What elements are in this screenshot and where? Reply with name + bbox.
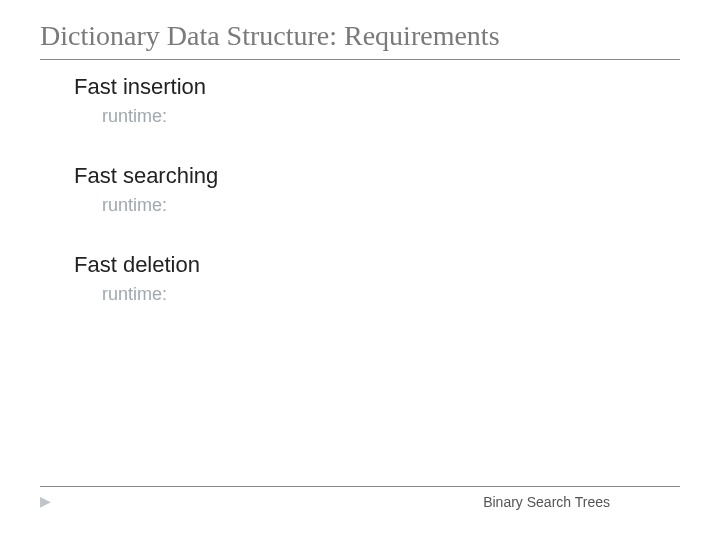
title-divider [40,59,680,60]
item-label: Fast insertion [74,74,206,100]
item-row: Fast insertion [46,74,680,100]
content-area: Fast insertion runtime: Fast searching r… [40,74,680,305]
slide-footer: ▶ Binary Search Trees [40,486,680,510]
play-icon: ▶ [40,493,51,510]
item-row: Fast deletion [46,252,680,278]
list-item: Fast deletion runtime: [46,252,680,305]
sub-item-label: runtime: [102,106,167,127]
sub-item-row: runtime: [80,284,680,305]
list-item: Fast searching runtime: [46,163,680,216]
sub-item-label: runtime: [102,195,167,216]
footer-divider [40,486,680,487]
item-label: Fast searching [74,163,218,189]
footer-text: Binary Search Trees [483,494,610,510]
sub-item-row: runtime: [80,106,680,127]
slide-title: Dictionary Data Structure: Requirements [40,18,680,53]
footer-row: ▶ Binary Search Trees [40,493,680,510]
item-label: Fast deletion [74,252,200,278]
item-row: Fast searching [46,163,680,189]
sub-item-label: runtime: [102,284,167,305]
list-item: Fast insertion runtime: [46,74,680,127]
sub-item-row: runtime: [80,195,680,216]
